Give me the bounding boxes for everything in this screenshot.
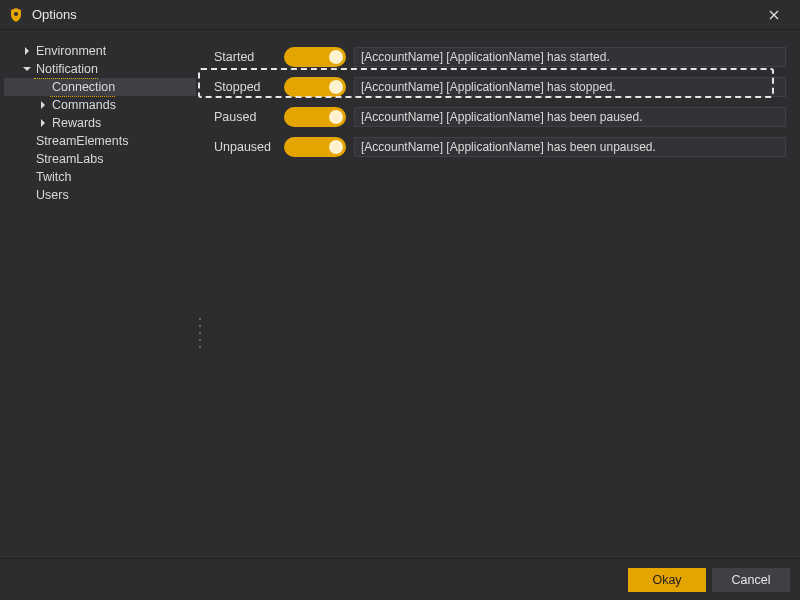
row-label: Stopped xyxy=(214,80,276,94)
tree-item-connection[interactable]: Connection xyxy=(4,78,196,96)
cancel-button[interactable]: Cancel xyxy=(712,568,790,592)
toggle-started[interactable] xyxy=(284,47,346,67)
message-input-paused[interactable] xyxy=(354,107,786,127)
tree-label: Commands xyxy=(50,96,116,114)
chevron-right-icon xyxy=(36,119,50,127)
main-area: Environment Notification Connection Comm… xyxy=(0,30,800,558)
notification-row-unpaused: Unpaused xyxy=(214,132,786,162)
notification-row-stopped: Stopped xyxy=(214,72,786,102)
row-label: Paused xyxy=(214,110,276,124)
chevron-right-icon xyxy=(20,47,34,55)
svg-point-0 xyxy=(14,12,18,16)
tree-item-streamelements[interactable]: StreamElements xyxy=(4,132,196,150)
tree-label: Rewards xyxy=(50,114,101,132)
window-close-button[interactable] xyxy=(754,0,794,30)
toggle-unpaused[interactable] xyxy=(284,137,346,157)
ok-button[interactable]: Okay xyxy=(628,568,706,592)
message-input-stopped[interactable] xyxy=(354,77,786,97)
tree-label: StreamLabs xyxy=(34,150,103,168)
tree-label: Connection xyxy=(50,78,115,97)
chevron-right-icon xyxy=(36,101,50,109)
tree-item-commands[interactable]: Commands xyxy=(4,96,196,114)
window-title: Options xyxy=(32,7,77,22)
title-bar: Options xyxy=(0,0,800,30)
tree-label: StreamElements xyxy=(34,132,128,150)
button-label: Cancel xyxy=(732,573,771,587)
tree-item-twitch[interactable]: Twitch xyxy=(4,168,196,186)
tree-label: Users xyxy=(34,186,69,204)
message-input-started[interactable] xyxy=(354,47,786,67)
close-icon xyxy=(769,10,779,20)
tree-label: Twitch xyxy=(34,168,71,186)
app-icon xyxy=(8,7,24,23)
dialog-footer: Okay Cancel xyxy=(0,558,800,600)
tree-item-users[interactable]: Users xyxy=(4,186,196,204)
tree-item-environment[interactable]: Environment xyxy=(4,42,196,60)
chevron-down-icon xyxy=(20,65,34,73)
tree-label: Environment xyxy=(34,42,106,60)
toggle-paused[interactable] xyxy=(284,107,346,127)
content-panel: Started Stopped Paused Unpaused xyxy=(200,30,800,558)
tree-item-notification[interactable]: Notification xyxy=(4,60,196,78)
tree-item-streamlabs[interactable]: StreamLabs xyxy=(4,150,196,168)
button-label: Okay xyxy=(652,573,681,587)
notification-row-started: Started xyxy=(214,42,786,72)
notification-row-paused: Paused xyxy=(214,102,786,132)
toggle-stopped[interactable] xyxy=(284,77,346,97)
message-input-unpaused[interactable] xyxy=(354,137,786,157)
tree-label: Notification xyxy=(34,60,98,79)
tree-item-rewards[interactable]: Rewards xyxy=(4,114,196,132)
row-label: Unpaused xyxy=(214,140,276,154)
sidebar: Environment Notification Connection Comm… xyxy=(0,30,200,558)
row-label: Started xyxy=(214,50,276,64)
